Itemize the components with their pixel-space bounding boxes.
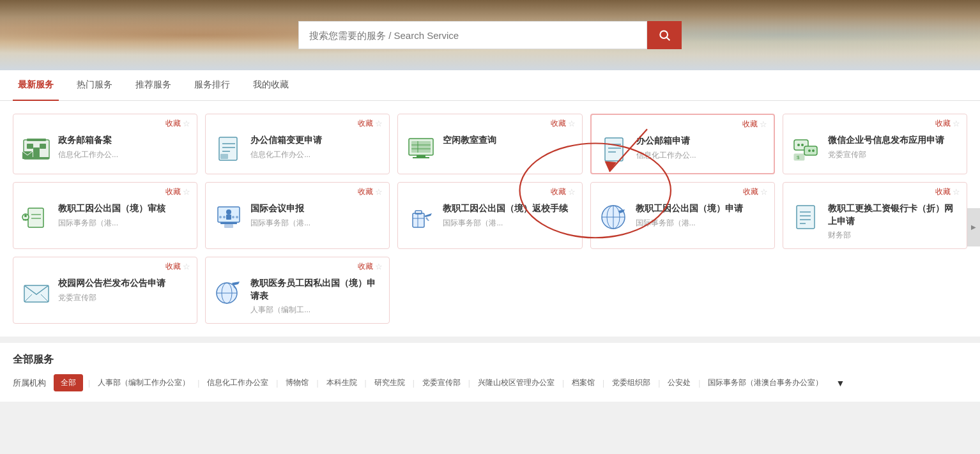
divider-11: | (698, 379, 700, 388)
card-sub-5: 党委宣传部 (828, 149, 959, 160)
scroll-button[interactable]: ▶ (967, 208, 980, 246)
collect-bar-2: 收藏 ☆ (206, 114, 389, 132)
svg-point-37 (24, 215, 27, 217)
filter-police[interactable]: 公安处 (665, 376, 693, 390)
filter-hr[interactable]: 人事部（编制工作办公室） (95, 376, 192, 390)
star-icon-1: ☆ (183, 119, 190, 128)
search-bar-container (298, 21, 682, 49)
tab-favorites[interactable]: 我的收藏 (248, 70, 294, 101)
collect-label-11[interactable]: 收藏 (165, 261, 181, 272)
collect-bar-12: 收藏 ☆ (206, 257, 389, 275)
filter-info[interactable]: 信息化工作办公室 (204, 376, 271, 390)
card-text-3: 空闲教室查询 (443, 134, 574, 149)
card-title-10: 教职工更换工资银行卡（折）网上申请 (828, 202, 959, 227)
service-card-9[interactable]: 收藏 ☆ (590, 182, 775, 249)
card-body-11: 校园网公告栏发布公告申请 党委宣传部 (13, 275, 197, 315)
tab-latest[interactable]: 最新服务 (13, 70, 59, 101)
collect-label-5[interactable]: 收藏 (935, 118, 951, 129)
card-sub-10: 财务部 (828, 230, 959, 241)
card-text-11: 校园网公告栏发布公告申请 党委宣传部 (58, 277, 189, 303)
card-text-6: 教职工因公出国（境）审核 国际事务部（港... (58, 202, 189, 229)
service-card-5[interactable]: 收藏 ☆ (783, 114, 967, 174)
card-body-1: 政务邮箱备案 信息化工作办公... (13, 132, 197, 172)
card-icon-1 (21, 134, 52, 165)
star-icon-10: ☆ (953, 187, 960, 197)
tab-hot[interactable]: 热门服务 (72, 70, 118, 101)
filter-xinglong[interactable]: 兴隆山校区管理办公室 (475, 376, 557, 390)
star-icon-8: ☆ (568, 187, 576, 197)
service-card-2[interactable]: 收藏 ☆ (205, 114, 390, 174)
filter-all[interactable]: 全部 (54, 374, 83, 391)
svg-rect-15 (411, 141, 431, 153)
collect-label-9[interactable]: 收藏 (743, 186, 758, 197)
service-card-1[interactable]: 收藏 ☆ (13, 114, 197, 174)
globe-plane-icon (599, 203, 629, 232)
card-text-5: 微信企业号信息发布应用申请 党委宣传部 (828, 134, 959, 160)
collect-bar-1: 收藏 ☆ (13, 114, 197, 132)
collect-label-2[interactable]: 收藏 (358, 118, 373, 129)
service-card-11[interactable]: 收藏 ☆ 校园网公告栏发布公告 (13, 257, 197, 324)
collect-label-12[interactable]: 收藏 (358, 261, 373, 272)
card-sub-8: 国际事务部（港... (443, 218, 574, 229)
divider-6: | (413, 379, 415, 388)
svg-rect-47 (413, 213, 424, 227)
service-card-6[interactable]: 收藏 ☆ (13, 182, 197, 249)
svg-point-43 (232, 216, 234, 218)
all-services-title: 全部服务 (13, 353, 967, 367)
service-card-3[interactable]: 收藏 ☆ (397, 114, 582, 174)
card-title-8: 教职工因公出国（境）返校手续 (443, 202, 574, 215)
divider-10: | (658, 379, 660, 388)
card-title-11: 校园网公告栏发布公告申请 (58, 277, 189, 290)
filter-party[interactable]: 党委宣传部 (420, 376, 463, 390)
tab-recommended[interactable]: 推荐服务 (130, 70, 176, 101)
filter-intl[interactable]: 国际事务部（港澳台事务办公室） (705, 376, 825, 390)
tab-rank[interactable]: 服务排行 (189, 70, 235, 101)
bottom-section: 全部服务 所属机构 全部 | 人事部（编制工作办公室） | 信息化工作办公室 |… (0, 343, 980, 402)
filter-undergrad[interactable]: 本科生院 (324, 376, 360, 390)
card-text-12: 教职医务员工因私出国（境）申请表 人事部（编制工... (250, 277, 381, 315)
collect-label-1[interactable]: 收藏 (165, 118, 181, 129)
card-title-9: 教职工因公出国（境）申请 (636, 202, 767, 215)
collect-bar-6: 收藏 ☆ (13, 183, 197, 200)
collect-label-6[interactable]: 收藏 (165, 186, 181, 197)
card-title-1: 政务邮箱备案 (58, 134, 189, 147)
collect-label-8[interactable]: 收藏 (551, 186, 566, 197)
svg-rect-3 (27, 144, 33, 149)
card-text-10: 教职工更换工资银行卡（折）网上申请 财务部 (828, 202, 959, 241)
svg-point-27 (801, 144, 804, 146)
conference-icon (214, 203, 243, 232)
service-card-8[interactable]: 收藏 ☆ (397, 182, 582, 249)
svg-line-1 (667, 38, 670, 41)
banner (0, 0, 980, 70)
divider-3: | (276, 379, 278, 388)
svg-rect-40 (226, 215, 231, 220)
filter-grad[interactable]: 研究生院 (372, 376, 408, 390)
card-title-12: 教职医务员工因私出国（境）申请表 (250, 277, 381, 302)
service-card-4[interactable]: 收藏 ☆ 办公邮箱申请 (590, 114, 775, 174)
service-card-12[interactable]: 收藏 ☆ (205, 257, 390, 324)
plane-doc-icon (214, 278, 243, 307)
card-title-3: 空闲教室查询 (443, 134, 574, 147)
search-input[interactable] (298, 21, 647, 49)
filter-museum[interactable]: 博物馆 (283, 376, 311, 390)
main-content: 最新服务 热门服务 推荐服务 服务排行 我的收藏 收藏 ☆ (0, 70, 980, 337)
collect-label-3[interactable]: 收藏 (551, 118, 566, 129)
filter-org[interactable]: 党委组织部 (609, 376, 653, 390)
collect-label-4[interactable]: 收藏 (742, 119, 758, 130)
filter-archive[interactable]: 档案馆 (569, 376, 597, 390)
card-sub-12: 人事部（编制工... (250, 305, 381, 315)
divider-8: | (562, 379, 564, 388)
service-card-7[interactable]: 收藏 ☆ (205, 182, 390, 249)
divider-5: | (365, 379, 367, 388)
service-card-10[interactable]: 收藏 ☆ (783, 182, 967, 249)
filter-label: 所属机构 (13, 377, 46, 389)
search-button[interactable] (647, 21, 682, 49)
dropdown-arrow[interactable]: ▼ (836, 378, 845, 388)
collect-label-10[interactable]: 收藏 (935, 186, 951, 197)
collect-label-7[interactable]: 收藏 (358, 186, 373, 197)
card-title-4: 办公邮箱申请 (636, 135, 766, 148)
svg-point-42 (223, 216, 226, 218)
star-icon-12: ☆ (375, 262, 383, 271)
star-icon-6: ☆ (183, 187, 190, 197)
star-icon-2: ☆ (375, 119, 383, 128)
